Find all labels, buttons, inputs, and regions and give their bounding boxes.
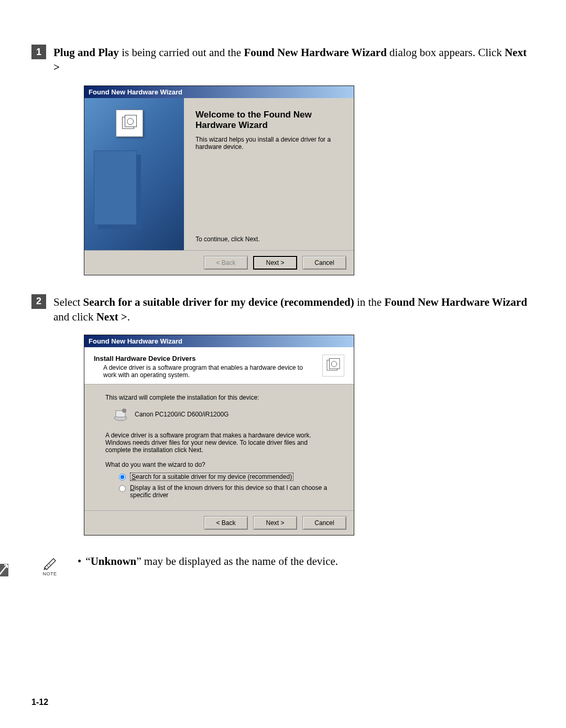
- wizard-dialog-1: Found New Hardware Wizard Welcome to the…: [84, 85, 354, 275]
- wizard1-button-row: < Back Next > Cancel: [84, 250, 354, 275]
- txt: “: [85, 555, 90, 568]
- radio-input-2[interactable]: [119, 485, 126, 492]
- next-button[interactable]: Next >: [253, 516, 297, 530]
- device-icon: [113, 406, 128, 422]
- step-1-text: Plug and Play is being carried out and t…: [53, 45, 535, 75]
- txt: dialog box appears. Click: [387, 46, 505, 59]
- wizard1-sidebar-graphic: [84, 98, 184, 250]
- wizard-dialog-2: Found New Hardware Wizard Install Hardwa…: [84, 335, 354, 536]
- txt: Found New Hardware Wizard: [244, 46, 386, 59]
- txt: in the: [354, 296, 385, 308]
- pencil-icon: [42, 554, 58, 570]
- driver-disc-icon: [116, 110, 143, 137]
- txt: Plug and Play: [53, 46, 119, 59]
- page-number: 1-12: [31, 698, 48, 707]
- back-button: < Back: [204, 256, 248, 270]
- note-label: NOTE: [42, 571, 57, 576]
- txt: Select: [53, 296, 83, 308]
- wizard2-device-name: Canon PC1200/iC D600/iR1200G: [135, 411, 228, 418]
- wizard1-titlebar: Found New Hardware Wizard: [84, 86, 354, 98]
- back-label: < Back: [216, 519, 235, 527]
- cancel-button[interactable]: Cancel: [302, 516, 346, 530]
- wizard2-line1: This wizard will complete the installati…: [105, 394, 333, 401]
- wizard1-heading: Welcome to the Found New Hardware Wizard: [195, 110, 342, 131]
- txt: Found New Hardware Wizard: [384, 296, 527, 308]
- next-label: Next >: [266, 519, 284, 527]
- txt: Next >: [96, 311, 127, 323]
- txt: .: [127, 311, 130, 323]
- cancel-button[interactable]: Cancel: [302, 256, 346, 270]
- radio-search-recommended[interactable]: Search for a suitable driver for my devi…: [119, 473, 333, 481]
- note-marker: NOTE: [31, 554, 68, 576]
- wizard2-header: Install Hardware Device Drivers A device…: [84, 347, 354, 384]
- next-label: Next >: [266, 259, 284, 266]
- back-button[interactable]: < Back: [204, 516, 248, 530]
- wizard2-titlebar: Found New Hardware Wizard: [84, 335, 354, 347]
- wizard2-header-desc: A device driver is a software program th…: [94, 364, 314, 379]
- wizard2-desc2: A device driver is a software program th…: [105, 432, 333, 454]
- wizard1-continue-text: To continue, click Next.: [195, 235, 342, 246]
- svg-rect-4: [330, 359, 340, 369]
- radio2-label: Display a list of the known drivers for …: [130, 484, 333, 499]
- wizard2-question: What do you want the wizard to do?: [105, 461, 333, 468]
- txt: Search for a suitable driver for my devi…: [83, 296, 354, 308]
- driver-disc-icon: [322, 355, 344, 377]
- wizard2-header-title: Install Hardware Device Drivers: [94, 355, 314, 362]
- step-2-text: Select Search for a suitable driver for …: [53, 294, 535, 325]
- wizard1-subtext: This wizard helps you install a device d…: [195, 136, 342, 151]
- svg-rect-1: [125, 115, 137, 126]
- step-number-2: 2: [31, 294, 46, 309]
- step-number-1: 1: [31, 45, 46, 59]
- bullet: •: [78, 554, 81, 569]
- txt: ” may be displayed as the name of the de…: [136, 555, 338, 568]
- txt: Unknown: [91, 555, 137, 568]
- margin-arrow-icon: [0, 564, 8, 576]
- svg-point-8: [122, 409, 126, 413]
- txt: is being carried out and the: [119, 46, 244, 59]
- radio-display-list[interactable]: Display a list of the known drivers for …: [119, 484, 333, 499]
- txt: and click: [53, 311, 96, 323]
- wizard2-button-row: < Back Next > Cancel: [84, 510, 354, 535]
- note-text: • “Unknown” may be displayed as the name…: [78, 554, 338, 569]
- radio1-label: Search for a suitable driver for my devi…: [130, 473, 293, 481]
- next-button[interactable]: Next >: [253, 256, 297, 270]
- radio-input-1[interactable]: [119, 474, 126, 480]
